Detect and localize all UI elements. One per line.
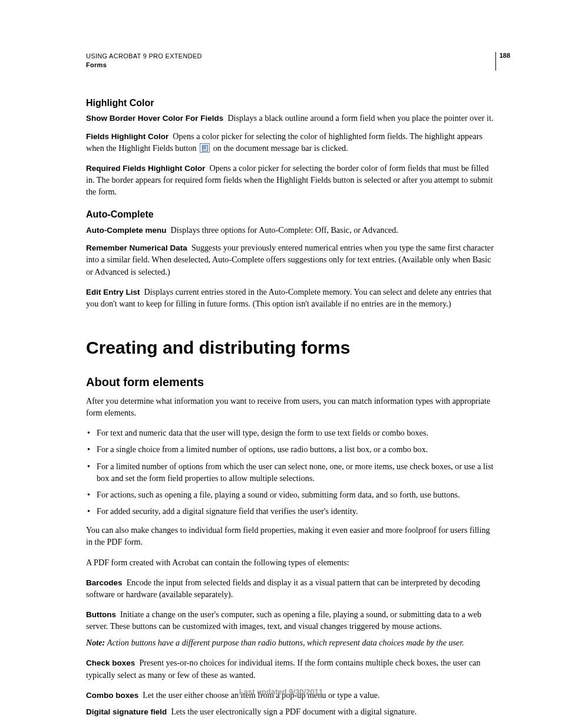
def-check-boxes: Check boxes Present yes-or-no choices fo… <box>86 657 497 680</box>
term: Fields Highlight Color <box>86 132 168 141</box>
definition-text: Present yes-or-no choices for individual… <box>86 658 481 679</box>
def-fields-highlight-color: Fields Highlight Color Opens a color pic… <box>86 130 497 154</box>
term: Required Fields Highlight Color <box>86 164 206 173</box>
intro-paragraph: After you determine what information you… <box>86 395 497 419</box>
term: Digital signature field <box>86 707 167 716</box>
note-body-text: Action buttons have a different purpose … <box>107 638 464 647</box>
list-item: For added security, add a digital signat… <box>86 505 497 517</box>
page-body: Highlight Color Show Border Hover Color … <box>86 97 497 717</box>
term: Buttons <box>86 610 116 619</box>
list-item: For a limited number of options from whi… <box>86 460 497 484</box>
list-item: For text and numeric data that the user … <box>86 427 497 439</box>
def-remember-numerical: Remember Numerical Data Suggests your pr… <box>86 242 497 277</box>
definition-text: Encode the input from selected fields an… <box>86 578 480 599</box>
section-about-form-elements: About form elements <box>86 374 497 390</box>
definition-text: Displays three options for Auto-Complete… <box>171 225 398 235</box>
def-show-border-hover: Show Border Hover Color For Fields Displ… <box>86 112 497 124</box>
list-item: For actions, such as opening a file, pla… <box>86 489 497 500</box>
def-barcodes: Barcodes Encode the input from selected … <box>86 577 497 600</box>
definition-text: Displays current entries stored in the A… <box>86 287 491 308</box>
definition-text: Displays a black outline around a form f… <box>227 113 493 123</box>
term: Edit Entry List <box>86 288 140 297</box>
term: Auto-Complete menu <box>86 226 167 235</box>
header-divider <box>495 52 496 71</box>
def-buttons: Buttons Initiate a change on the user's … <box>86 608 497 632</box>
header-line-2: Forms <box>86 61 497 70</box>
running-header: USING ACROBAT 9 PRO EXTENDED Forms <box>86 52 497 70</box>
header-line-1: USING ACROBAT 9 PRO EXTENDED <box>86 52 497 61</box>
highlight-fields-icon <box>200 143 210 153</box>
term: Check boxes <box>86 658 135 667</box>
paragraph: You can also make changes to individual … <box>86 524 497 548</box>
def-digital-signature: Digital signature field Lets the user el… <box>86 706 497 717</box>
page-number: 188 <box>500 52 510 59</box>
term: Barcodes <box>86 578 123 587</box>
footer-last-updated: Last updated 9/30/2011 <box>0 687 562 696</box>
paragraph: A PDF form created with Acrobat can cont… <box>86 556 497 568</box>
list-item: For a single choice from a limited numbe… <box>86 443 497 455</box>
definition-text: Lets the user electronically sign a PDF … <box>171 707 416 716</box>
def-required-fields-highlight: Required Fields Highlight Color Opens a … <box>86 162 497 197</box>
page: 188 USING ACROBAT 9 PRO EXTENDED Forms H… <box>0 0 562 728</box>
subheading-highlight-color: Highlight Color <box>86 97 497 110</box>
bullet-list: For text and numeric data that the user … <box>86 427 497 517</box>
chapter-title: Creating and distributing forms <box>86 335 497 361</box>
subheading-auto-complete: Auto-Complete <box>86 208 497 222</box>
definition-text: Initiate a change on the user's computer… <box>86 610 481 631</box>
note: Note: Action buttons have a different pu… <box>86 637 497 648</box>
def-auto-complete-menu: Auto-Complete menu Displays three option… <box>86 224 497 236</box>
term: Show Border Hover Color For Fields <box>86 114 223 123</box>
def-edit-entry-list: Edit Entry List Displays current entries… <box>86 286 497 309</box>
definition-text: on the document message bar is clicked. <box>213 143 348 153</box>
note-label: Note: <box>86 638 105 647</box>
term: Remember Numerical Data <box>86 243 187 252</box>
